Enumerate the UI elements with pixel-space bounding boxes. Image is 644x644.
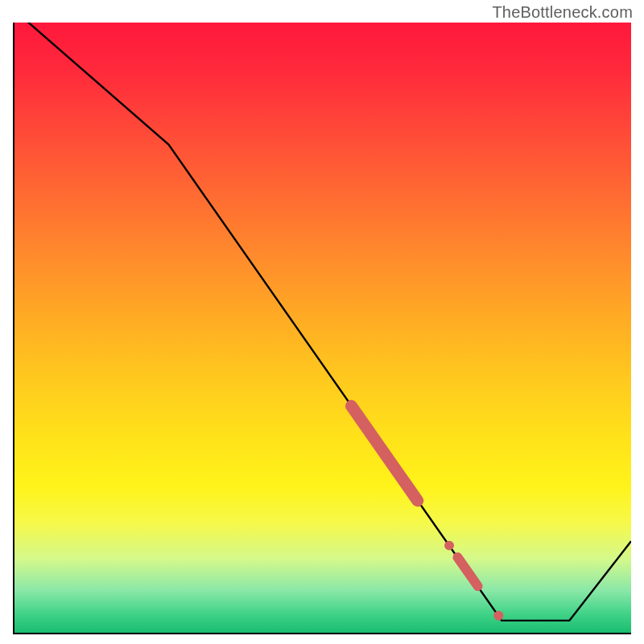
highlight-segment-thick <box>351 406 417 501</box>
highlight-dot <box>493 611 503 621</box>
highlight-dot <box>444 541 454 551</box>
data-line <box>14 23 631 621</box>
chart-canvas: TheBottleneck.com <box>0 0 644 644</box>
highlight-segment-short <box>457 557 477 586</box>
plot-area <box>13 23 631 634</box>
watermark-label: TheBottleneck.com <box>492 3 633 22</box>
chart-overlay <box>14 23 631 633</box>
